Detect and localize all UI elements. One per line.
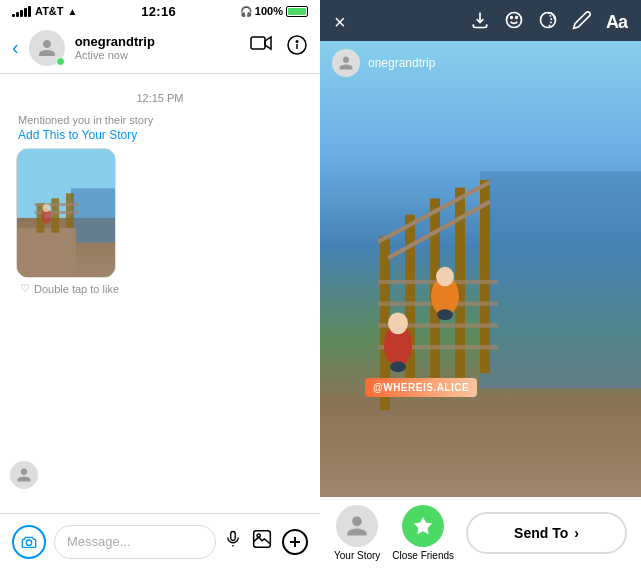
online-indicator xyxy=(56,57,65,66)
story-bottom: Your Story Close Friends Send To › xyxy=(320,497,641,569)
svg-rect-30 xyxy=(480,180,490,373)
signal-icon xyxy=(12,6,31,17)
nav-bar: ‹ onegrandtrip Active now xyxy=(0,22,320,74)
back-button[interactable]: ‹ xyxy=(12,36,19,59)
message-input[interactable]: Message... xyxy=(54,525,216,559)
draw-icon[interactable] xyxy=(572,10,592,35)
nav-icons xyxy=(250,34,308,61)
svg-point-23 xyxy=(516,17,518,19)
own-avatar xyxy=(10,461,38,489)
story-username: onegrandtrip xyxy=(368,56,435,70)
svg-rect-25 xyxy=(480,171,641,388)
headphone-icon: 🎧 xyxy=(240,6,252,17)
close-friends-button[interactable] xyxy=(402,505,444,547)
wifi-icon: ▲ xyxy=(68,6,78,17)
double-tap-label: ♡ Double tap to like xyxy=(16,282,304,295)
message-wrapper: Mentioned you in their story Add This to… xyxy=(16,114,304,295)
mic-icon[interactable] xyxy=(224,530,242,553)
send-to-button[interactable]: Send To › xyxy=(466,512,627,554)
chat-area: 12:15 PM Mentioned you in their story Ad… xyxy=(0,74,320,513)
svg-rect-0 xyxy=(251,37,265,49)
svg-point-21 xyxy=(506,13,521,28)
sticker-text: @WHEREIS.ALICE xyxy=(373,382,469,393)
heart-icon: ♡ xyxy=(20,282,30,295)
message-placeholder: Message... xyxy=(67,534,131,549)
status-bar: AT&T ▲ 12:16 🎧 100% xyxy=(0,0,320,22)
svg-point-13 xyxy=(42,204,50,212)
camera-button[interactable] xyxy=(12,525,46,559)
svg-point-14 xyxy=(26,540,31,545)
svg-point-39 xyxy=(390,361,406,372)
carrier-label: AT&T xyxy=(35,5,64,17)
send-to-label: Send To xyxy=(514,525,568,541)
add-story-link[interactable]: Add This to Your Story xyxy=(16,128,304,142)
svg-rect-11 xyxy=(35,211,79,214)
svg-rect-5 xyxy=(71,188,115,242)
user-info: onegrandtrip Active now xyxy=(75,34,240,61)
input-icons xyxy=(224,529,308,555)
story-thumbnail[interactable] xyxy=(16,148,116,278)
svg-point-41 xyxy=(436,267,454,287)
toolbar-right: Aa xyxy=(470,10,627,35)
close-friends-label: Close Friends xyxy=(392,550,454,561)
close-icon[interactable]: × xyxy=(334,11,346,33)
svg-rect-6 xyxy=(17,228,76,277)
plus-button[interactable] xyxy=(282,529,308,555)
battery-icon xyxy=(286,6,308,17)
story-toolbar: × xyxy=(320,0,641,41)
mention-text: Mentioned you in their story xyxy=(16,114,304,126)
toolbar-left: × xyxy=(334,11,346,34)
battery-info: 🎧 100% xyxy=(240,5,308,17)
sticker-tag: @WHEREIS.ALICE xyxy=(365,378,477,397)
download-icon[interactable] xyxy=(470,10,490,35)
sticker-icon[interactable] xyxy=(538,10,558,35)
svg-rect-15 xyxy=(231,532,236,541)
story-avatar xyxy=(332,49,360,77)
username: onegrandtrip xyxy=(75,34,240,49)
user-status: Active now xyxy=(75,49,240,61)
story-content: onegrandtrip xyxy=(320,41,641,497)
close-friends-action[interactable]: Close Friends xyxy=(392,505,454,561)
emoji-icon[interactable] xyxy=(504,10,524,35)
clock: 12:16 xyxy=(141,4,176,19)
text-tool-icon[interactable]: Aa xyxy=(606,12,627,33)
battery-percent: 100% xyxy=(255,5,283,17)
info-icon[interactable] xyxy=(286,34,308,61)
svg-rect-9 xyxy=(66,193,74,227)
right-panel: × xyxy=(320,0,641,569)
svg-point-22 xyxy=(511,17,513,19)
avatar xyxy=(29,30,65,66)
your-story-avatar xyxy=(336,505,378,547)
svg-marker-43 xyxy=(414,517,432,534)
story-user-row: onegrandtrip xyxy=(320,41,447,85)
chevron-right-icon: › xyxy=(574,525,579,541)
video-call-icon[interactable] xyxy=(250,34,272,61)
svg-point-3 xyxy=(296,41,298,43)
svg-point-42 xyxy=(437,309,453,320)
story-image: @WHEREIS.ALICE xyxy=(320,41,641,497)
svg-point-38 xyxy=(388,312,408,334)
input-bar: Message... xyxy=(0,513,320,569)
gallery-icon[interactable] xyxy=(252,529,272,554)
svg-rect-10 xyxy=(35,203,79,206)
carrier-info: AT&T ▲ xyxy=(12,5,77,17)
your-story-label: Your Story xyxy=(334,550,380,561)
left-panel: AT&T ▲ 12:16 🎧 100% ‹ onegrandtrip Activ… xyxy=(0,0,320,569)
timestamp: 12:15 PM xyxy=(16,92,304,104)
your-story-action[interactable]: Your Story xyxy=(334,505,380,561)
